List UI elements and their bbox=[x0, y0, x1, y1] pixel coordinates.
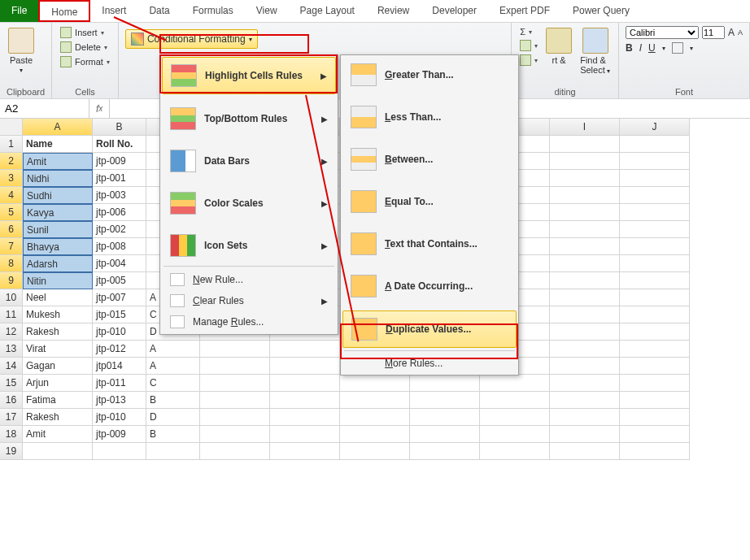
row-header[interactable]: 17 bbox=[0, 409, 23, 426]
cell[interactable]: jtp-002 bbox=[93, 221, 146, 238]
row-header[interactable]: 4 bbox=[0, 187, 23, 204]
cell[interactable] bbox=[200, 426, 270, 443]
cell[interactable] bbox=[550, 136, 620, 153]
cell[interactable] bbox=[200, 392, 270, 409]
row-header[interactable]: 8 bbox=[0, 255, 23, 272]
row-header[interactable]: 2 bbox=[0, 153, 23, 170]
column-header[interactable]: A bbox=[23, 119, 93, 136]
cell[interactable]: Sunil bbox=[23, 221, 93, 238]
cell[interactable]: Neel bbox=[23, 289, 93, 306]
cell[interactable]: Arjun bbox=[23, 375, 93, 392]
menu-more-rules[interactable]: More Rules... bbox=[342, 354, 517, 373]
cell[interactable]: jtp-010 bbox=[93, 323, 146, 341]
tab-home[interactable]: Home bbox=[38, 0, 90, 22]
cell[interactable]: jtp-009 bbox=[93, 153, 146, 170]
sort-filter-button[interactable]: rt & bbox=[544, 26, 573, 67]
cell[interactable] bbox=[620, 221, 690, 238]
cell[interactable]: Kavya bbox=[23, 204, 93, 221]
cell[interactable] bbox=[200, 409, 270, 426]
cell[interactable] bbox=[270, 375, 340, 392]
cell[interactable]: jtp-009 bbox=[93, 426, 146, 443]
cell[interactable] bbox=[270, 426, 340, 443]
column-header[interactable]: J bbox=[620, 119, 690, 136]
column-header[interactable]: B bbox=[93, 119, 146, 136]
name-box[interactable] bbox=[0, 99, 89, 118]
menu-color-scales[interactable]: Color Scales ▶ bbox=[162, 185, 336, 221]
cell[interactable] bbox=[480, 443, 550, 460]
row-header[interactable]: 1 bbox=[0, 136, 23, 153]
cell[interactable] bbox=[620, 153, 690, 170]
tab-page-layout[interactable]: Page Layout bbox=[289, 0, 366, 22]
cell[interactable]: Fatima bbox=[23, 392, 93, 409]
cell[interactable] bbox=[480, 375, 550, 392]
cell[interactable] bbox=[550, 375, 620, 392]
row-header[interactable]: 7 bbox=[0, 238, 23, 255]
cell[interactable] bbox=[340, 375, 410, 392]
cell[interactable] bbox=[550, 358, 620, 375]
cell[interactable]: jtp-003 bbox=[93, 187, 146, 204]
cell[interactable] bbox=[620, 341, 690, 358]
cell[interactable] bbox=[550, 255, 620, 272]
tab-insert[interactable]: Insert bbox=[90, 0, 137, 22]
paste-button[interactable]: Paste ▾ bbox=[7, 26, 36, 76]
cell[interactable] bbox=[550, 409, 620, 426]
cell[interactable]: D bbox=[146, 409, 200, 426]
increase-font-icon[interactable]: A bbox=[728, 27, 735, 38]
cell[interactable]: Amit bbox=[23, 153, 93, 170]
cell[interactable] bbox=[410, 409, 480, 426]
cell[interactable]: jtp-011 bbox=[93, 375, 146, 392]
cell[interactable] bbox=[620, 170, 690, 187]
tab-formulas[interactable]: Formulas bbox=[181, 0, 245, 22]
cell[interactable]: Gagan bbox=[23, 358, 93, 375]
menu-duplicate-values[interactable]: Duplicate Values... bbox=[342, 310, 517, 348]
cell[interactable]: Nidhi bbox=[23, 170, 93, 187]
cell[interactable]: Amit bbox=[23, 426, 93, 443]
row-header[interactable]: 6 bbox=[0, 221, 23, 238]
cell[interactable]: A bbox=[146, 358, 200, 375]
tab-developer[interactable]: Developer bbox=[421, 0, 488, 22]
row-header[interactable]: 18 bbox=[0, 426, 23, 443]
cell[interactable]: Nitin bbox=[23, 272, 93, 289]
cell[interactable] bbox=[410, 443, 480, 460]
cell[interactable] bbox=[270, 392, 340, 409]
row-header[interactable]: 13 bbox=[0, 341, 23, 358]
cell[interactable] bbox=[550, 323, 620, 341]
cell[interactable] bbox=[480, 392, 550, 409]
cell[interactable] bbox=[480, 426, 550, 443]
cell[interactable]: jtp-005 bbox=[93, 272, 146, 289]
cell[interactable]: A bbox=[146, 341, 200, 358]
cell[interactable]: jtp-004 bbox=[93, 255, 146, 272]
row-header[interactable]: 15 bbox=[0, 375, 23, 392]
menu-text-contains[interactable]: Text that Contains... bbox=[342, 226, 517, 262]
cell[interactable] bbox=[480, 409, 550, 426]
cell[interactable] bbox=[200, 341, 270, 358]
cell[interactable] bbox=[620, 409, 690, 426]
cell[interactable]: Mukesh bbox=[23, 306, 93, 323]
autosum-button[interactable]: Σ▾ bbox=[518, 26, 539, 37]
cell[interactable] bbox=[146, 443, 200, 460]
row-header[interactable]: 16 bbox=[0, 392, 23, 409]
cell[interactable]: jtp014 bbox=[93, 358, 146, 375]
menu-equal-to[interactable]: Equal To... bbox=[342, 184, 517, 219]
menu-highlight-cells-rules[interactable]: Highlight Cells Rules ▶ bbox=[162, 57, 336, 94]
column-header[interactable]: I bbox=[550, 119, 620, 136]
cell[interactable] bbox=[620, 238, 690, 255]
cell[interactable] bbox=[620, 426, 690, 443]
cell[interactable] bbox=[200, 443, 270, 460]
menu-date-occurring[interactable]: A Date Occurring... bbox=[342, 268, 517, 304]
conditional-formatting-button[interactable]: Conditional Formatting ▾ bbox=[125, 29, 258, 49]
cell[interactable]: jtp-001 bbox=[93, 170, 146, 187]
tab-review[interactable]: Review bbox=[366, 0, 421, 22]
row-header[interactable]: 19 bbox=[0, 443, 23, 460]
menu-icon-sets[interactable]: Icon Sets ▶ bbox=[162, 228, 336, 263]
find-select-button[interactable]: Find &Select ▾ bbox=[578, 26, 612, 76]
menu-clear-rules[interactable]: Clear Rules ▶ bbox=[162, 290, 336, 311]
cell[interactable]: Adarsh bbox=[23, 255, 93, 272]
tab-file[interactable]: File bbox=[0, 0, 38, 22]
cell[interactable] bbox=[620, 306, 690, 323]
cell[interactable]: Rakesh bbox=[23, 409, 93, 426]
row-header[interactable]: 9 bbox=[0, 272, 23, 289]
bold-button[interactable]: B bbox=[626, 42, 633, 54]
cell[interactable] bbox=[270, 358, 340, 375]
format-button[interactable]: Format▾ bbox=[59, 55, 111, 68]
